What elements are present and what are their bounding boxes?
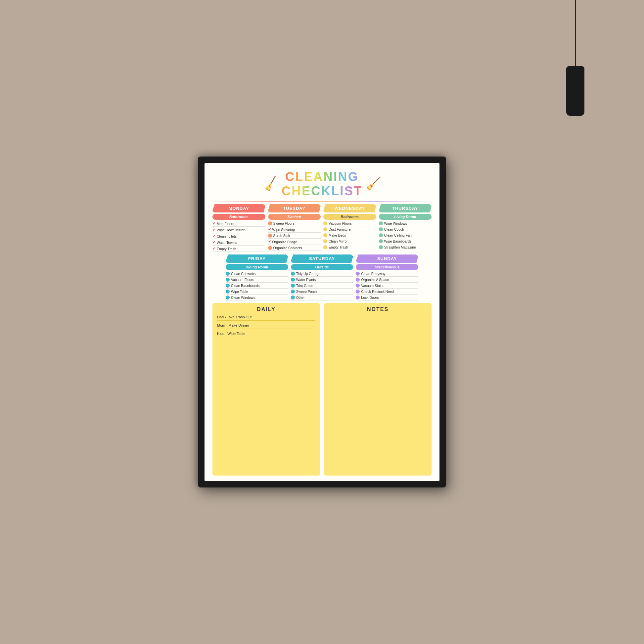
header: 🧹 CLEANING CHECKLIST 🧹 [212,170,432,198]
bullet-icon [268,234,272,238]
list-item: Tidy Up Garage [291,272,353,277]
bullet-icon [291,278,295,282]
thursday-column: THURSDAY Living Room Wipe Windows Clean … [379,204,432,252]
sunday-tasks: Clean Entryway Organize A Space Vacuum S… [356,272,418,300]
list-item: Check Restock Need [356,290,418,295]
bullet-icon [356,296,360,299]
pendant-light [566,0,584,116]
list-item: Dust Furniture [323,227,376,232]
bullet-icon [268,246,272,250]
daily-item-1: Mom - Make Dinner [217,323,315,329]
tuesday-column: TUESDAY Kitchen Sweep Floors ✔Wipe Stove… [268,204,321,252]
daily-item-0: Dad - Take Trash Out [217,315,315,321]
list-item: Clean Windows [226,296,288,300]
check-icon: ✔ [212,221,215,226]
list-item: ✔Empty Trash [212,247,265,252]
bullet-icon [379,227,383,231]
bullet-icon [356,284,360,288]
bullet-icon [356,290,360,294]
daily-item-2: Kids - Wipe Table [217,332,315,337]
frame: 🧹 CLEANING CHECKLIST 🧹 MONDAY Bathrooms … [198,157,446,487]
bottom-days-grid: FRIDAY Dining Room Clean Cobwebs Vacuum … [212,254,432,300]
list-item: Organize Cabinets [268,246,321,251]
friday-subheader: Dining Room [226,264,288,270]
list-item: Wipe Baseboards [379,239,432,244]
list-item: Lock Doors [356,296,418,300]
list-item: Sweep Floors [268,221,321,226]
title-block: CLEANING CHECKLIST [282,170,362,198]
bullet-icon [226,296,230,299]
bullet-icon [379,233,383,237]
check-icon: ✔ [268,240,271,244]
tuesday-subheader: Kitchen [268,214,321,220]
bullet-icon [291,272,295,276]
thursday-tasks: Wipe Windows Clean Couch Clean Ceiling F… [379,221,432,250]
divider [212,201,432,202]
notes-title: NOTES [329,306,427,312]
list-item: Make Beds [323,233,376,238]
bullet-icon [291,296,295,299]
list-item: Vacuum Stairs [356,284,418,289]
bullet-icon [323,233,327,237]
bullet-icon [379,245,383,249]
spray-bottle-icon: 🧹 [262,175,280,193]
bullet-icon [323,221,327,225]
sunday-column: SUNDAY Miscellaneous Clean Entryway Orga… [356,254,418,300]
list-item: ✔Mop Floors [212,221,265,227]
list-item: ✔Wash Towels [212,240,265,246]
daily-card: DAILY Dad - Take Trash Out Mom - Make Di… [212,303,320,476]
daily-title: DAILY [217,306,315,312]
list-item: Sweep Porch [291,290,353,295]
list-item: Wipe Table [226,290,288,295]
check-icon: ✔ [212,228,215,232]
list-item: Other [291,296,353,300]
list-item: Clean Cobwebs [226,272,288,277]
bullet-icon [379,239,383,243]
list-item: Clean Baseboards [226,284,288,289]
list-item: Clean Ceiling Fan [379,233,432,238]
friday-column: FRIDAY Dining Room Clean Cobwebs Vacuum … [226,254,288,300]
bottom-section: DAILY Dad - Take Trash Out Mom - Make Di… [212,303,432,476]
monday-column: MONDAY Bathrooms ✔Mop Floors ✔Wipe Down … [212,204,265,252]
bullet-icon [226,278,230,282]
list-item: Vacuum Floors [323,221,376,226]
monday-subheader: Bathrooms [212,214,265,220]
title-line2: CHECKLIST [282,184,362,198]
monday-tasks: ✔Mop Floors ✔Wipe Down Mirror ✔Clean Toi… [212,221,265,252]
saturday-tasks: Tidy Up Garage Water Plants Trim Grass S… [291,272,353,300]
notes-card: NOTES [324,303,432,476]
saturday-subheader: Outside [291,264,353,270]
bullet-icon [226,272,230,276]
list-item: ✔Organize Fridge [268,240,321,245]
wednesday-column: WEDNESDAY Bedrooms Vacuum Floors Dust Fu… [323,204,376,252]
tuesday-tasks: Sweep Floors ✔Wipe Stovetop Scrub Sink ✔… [268,221,321,251]
list-item: Organize A Space [356,278,418,283]
friday-tasks: Clean Cobwebs Vacuum Floors Clean Basebo… [226,272,288,300]
list-item: Water Plants [291,278,353,283]
monday-header: MONDAY [212,204,265,212]
bullet-icon [226,290,230,294]
friday-header: FRIDAY [226,254,288,263]
list-item: Vacuum Floors [226,278,288,283]
bullet-icon [323,245,327,249]
list-item: ✔Wipe Down Mirror [212,228,265,233]
sunday-header: SUNDAY [356,254,418,263]
bullet-icon [356,272,360,276]
list-item: Wipe Windows [379,221,432,226]
top-days-grid: MONDAY Bathrooms ✔Mop Floors ✔Wipe Down … [212,204,432,252]
saturday-header: SATURDAY [291,254,353,263]
check-icon: ✔ [268,227,271,232]
bullet-icon [323,227,327,231]
bullet-icon [226,284,230,288]
list-item: Straighten Magazine [379,245,432,250]
title-line1: CLEANING [282,170,362,184]
check-icon: ✔ [212,234,215,238]
bullet-icon [356,278,360,282]
list-item: Clean Couch [379,227,432,232]
bullet-icon [291,284,295,288]
list-item: ✔Wipe Stovetop [268,227,321,233]
list-item: Empty Trash [323,245,376,250]
check-icon: ✔ [212,247,215,251]
sunday-subheader: Miscellaneous [356,264,418,270]
list-item: Clean Entryway [356,272,418,277]
